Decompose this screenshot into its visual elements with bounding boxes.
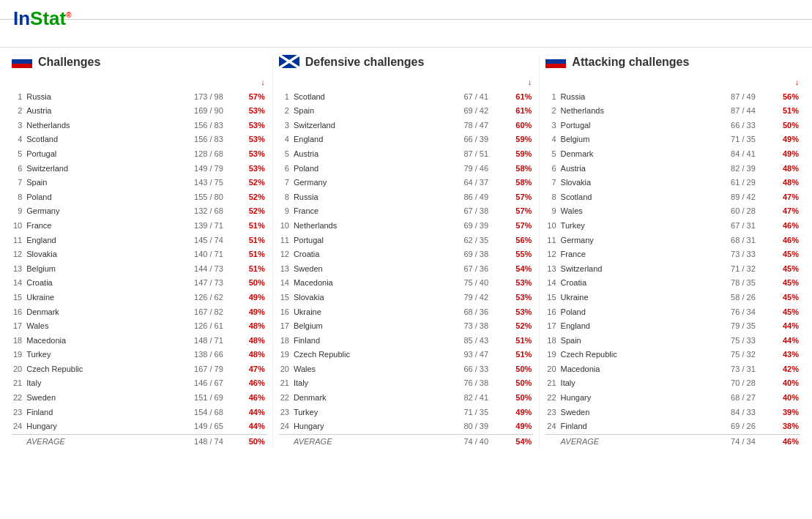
values: 154 / 68 — [154, 406, 225, 420]
table-row: 10 France 139 / 71 51% — [12, 219, 267, 234]
rank: 12 — [279, 247, 292, 262]
percentage: 58% — [490, 176, 533, 190]
rank: 22 — [279, 391, 292, 406]
values: 73 / 31 — [694, 362, 757, 377]
values: 79 / 42 — [427, 291, 490, 305]
section-header: Defensive challenges — [279, 55, 534, 70]
table-row: 7 Slovakia 61 / 29 48% — [545, 176, 800, 190]
section-title: Attacking challenges — [572, 56, 689, 69]
table-row: 6 Switzerland 149 / 79 53% — [12, 162, 267, 176]
values: 78 / 35 — [694, 276, 757, 291]
table-row: 8 Scotland 89 / 42 47% — [545, 190, 800, 205]
rank: 2 — [12, 104, 25, 119]
values: 126 / 62 — [154, 291, 225, 305]
section-attacking-challenges: Attacking challenges ↓ 1 Russia 87 / 49 … — [540, 55, 806, 449]
team-name: Switzerland — [25, 162, 154, 176]
svg-rect-8 — [545, 64, 566, 68]
values: 75 / 32 — [694, 348, 757, 362]
table-row: 24 Hungary 149 / 65 44% — [12, 419, 267, 434]
team-name: Ukraine — [559, 291, 694, 305]
team-name: England — [559, 319, 694, 334]
average-pct: 50% — [225, 434, 267, 449]
team-name: Croatia — [25, 276, 154, 291]
average-label: AVERAGE — [25, 434, 154, 449]
team-name: Sweden — [559, 406, 694, 420]
values: 93 / 47 — [427, 348, 490, 362]
sort-indicator: ↓ — [757, 75, 800, 90]
rank: 5 — [545, 147, 559, 162]
table-row: 2 Netherlands 87 / 44 51% — [545, 104, 800, 119]
rank: 19 — [545, 348, 559, 362]
rank: 16 — [545, 305, 559, 320]
values: 148 / 71 — [154, 334, 225, 348]
table-row: 14 Macedonia 75 / 40 53% — [279, 276, 534, 291]
values: 79 / 35 — [694, 319, 757, 334]
values: 69 / 42 — [427, 104, 490, 119]
scotland-flag-icon — [279, 55, 299, 70]
percentage: 47% — [757, 190, 800, 205]
rank: 18 — [279, 334, 292, 348]
values: 61 / 29 — [694, 176, 757, 190]
percentage: 53% — [225, 147, 267, 162]
team-name: Slovakia — [292, 291, 427, 305]
rank: 4 — [279, 132, 292, 147]
logo-in: In — [13, 7, 30, 29]
team-name: Austria — [559, 162, 694, 176]
table-row: 5 Austria 87 / 51 59% — [279, 147, 534, 162]
percentage: 44% — [225, 406, 267, 420]
data-table: ↓ 1 Russia 173 / 98 57% 2 Austria 169 / … — [12, 75, 267, 449]
team-name: Austria — [25, 104, 154, 119]
values: 66 / 33 — [427, 362, 490, 377]
values: 149 / 65 — [154, 419, 225, 434]
percentage: 50% — [490, 391, 533, 406]
rank: 16 — [12, 305, 25, 320]
values: 68 / 31 — [694, 234, 757, 248]
values: 80 / 39 — [427, 419, 490, 434]
table-row: 12 France 73 / 33 45% — [545, 247, 800, 262]
table-row: 8 Russia 86 / 49 57% — [279, 190, 534, 205]
percentage: 53% — [490, 276, 533, 291]
values: 67 / 36 — [427, 262, 490, 277]
table-row: 20 Czech Republic 167 / 79 47% — [12, 362, 267, 377]
percentage: 45% — [757, 276, 800, 291]
rank: 3 — [545, 119, 559, 133]
table-row: 9 France 67 / 38 57% — [279, 204, 534, 219]
values: 138 / 66 — [154, 348, 225, 362]
team-name: Sweden — [25, 391, 154, 406]
rank: 10 — [279, 219, 292, 234]
percentage: 50% — [490, 376, 533, 391]
rank: 20 — [12, 362, 25, 377]
percentage: 51% — [490, 334, 533, 348]
percentage: 45% — [757, 305, 800, 320]
team-name: Sweden — [292, 262, 427, 277]
team-name: Belgium — [559, 132, 694, 147]
table-row: 19 Turkey 138 / 66 48% — [12, 348, 267, 362]
logo-stat: Stat — [30, 7, 66, 29]
values: 68 / 36 — [427, 305, 490, 320]
percentage: 38% — [757, 419, 800, 434]
team-name: Czech Republic — [292, 348, 427, 362]
team-name: Russia — [559, 90, 694, 105]
team-name: Ukraine — [292, 305, 427, 320]
team-name: Switzerland — [292, 119, 427, 133]
percentage: 47% — [225, 362, 267, 377]
team-name: Portugal — [292, 234, 427, 248]
percentage: 49% — [490, 419, 533, 434]
table-row: 1 Russia 87 / 49 56% — [545, 90, 800, 105]
rank: 1 — [279, 90, 292, 105]
table-row: 23 Sweden 84 / 33 39% — [545, 406, 800, 420]
percentage: 51% — [490, 348, 533, 362]
percentage: 46% — [225, 376, 267, 391]
rank: 23 — [279, 406, 292, 420]
rank: 22 — [12, 391, 25, 406]
average-row: AVERAGE 148 / 74 50% — [12, 434, 267, 449]
sort-indicator: ↓ — [490, 75, 533, 90]
values: 84 / 41 — [694, 147, 757, 162]
svg-rect-7 — [545, 59, 566, 64]
rank: 21 — [12, 376, 25, 391]
team-name: Czech Republic — [559, 348, 694, 362]
rank: 15 — [545, 291, 559, 305]
rank: 14 — [545, 276, 559, 291]
percentage: 51% — [225, 247, 267, 262]
percentage: 54% — [490, 262, 533, 277]
